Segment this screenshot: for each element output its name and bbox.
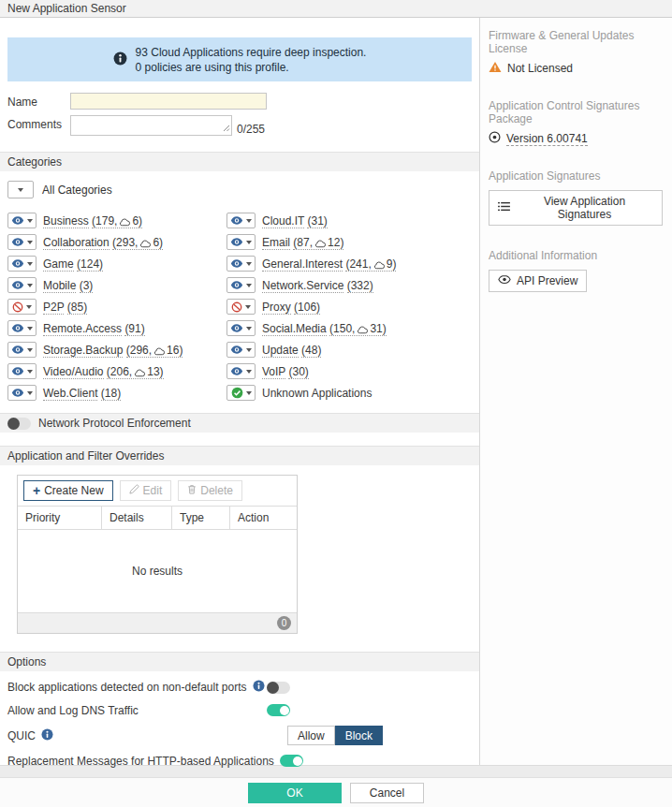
category-count[interactable]: (241,9) (345, 257, 396, 272)
category-count[interactable]: (296,16) (126, 344, 183, 358)
category-count[interactable]: (293,6) (112, 236, 163, 250)
category-action-button[interactable] (226, 342, 256, 358)
edit-button[interactable]: Edit (120, 480, 172, 501)
resize-handle-icon[interactable] (223, 122, 230, 135)
category-name[interactable]: Unknown Applications (262, 387, 372, 400)
category-filter-dropdown[interactable] (7, 181, 34, 198)
category-action-button[interactable] (7, 299, 37, 315)
category-action-button[interactable] (7, 342, 37, 358)
chevron-down-icon (27, 348, 33, 352)
quic-allow-button[interactable]: Allow (287, 726, 335, 745)
category-action-button[interactable] (226, 256, 256, 272)
view-application-signatures-button[interactable]: View Application Signatures (489, 190, 663, 226)
category-count[interactable]: (31) (307, 214, 327, 228)
option-block-non-default-row: Block applications detected on non-defau… (7, 680, 472, 695)
category-action-button[interactable] (7, 385, 37, 401)
category-count[interactable]: (87,12) (293, 236, 343, 250)
ok-button[interactable]: OK (248, 783, 342, 803)
column-header-details[interactable]: Details (102, 507, 172, 529)
dns-toggle[interactable] (267, 704, 290, 716)
category-count[interactable]: (179,6) (92, 214, 142, 228)
category-action-button[interactable] (7, 277, 37, 293)
cancel-button[interactable]: Cancel (350, 783, 424, 803)
category-name[interactable]: Game (43, 257, 74, 272)
column-header-type[interactable]: Type (172, 507, 230, 529)
category-name[interactable]: Web.Client (43, 387, 97, 401)
chevron-down-icon (246, 348, 252, 352)
category-count[interactable]: (332) (347, 279, 373, 293)
category-count[interactable]: (3) (80, 279, 94, 293)
category-count[interactable]: (91) (124, 322, 144, 336)
option-quic-label: QUIC (7, 729, 36, 742)
category-name[interactable]: Email (262, 236, 290, 250)
category-action-button[interactable] (7, 256, 37, 272)
category-action-button[interactable] (7, 213, 37, 228)
version-bullseye-icon (489, 131, 501, 146)
category-action-button[interactable] (226, 213, 256, 228)
category-count[interactable]: (48) (301, 344, 321, 358)
window-title: New Application Sensor (0, 0, 672, 18)
column-header-action[interactable]: Action (230, 507, 297, 529)
category-name[interactable]: VoIP (262, 365, 285, 379)
category-count[interactable]: (18) (101, 387, 121, 401)
network-protocol-toggle[interactable] (7, 418, 31, 430)
category-name[interactable]: Social.Media (262, 322, 327, 336)
eye-icon (11, 237, 24, 247)
category-action-button[interactable] (7, 320, 37, 336)
category-count[interactable]: (30) (288, 365, 308, 379)
category-action-button[interactable] (7, 234, 37, 250)
comments-input[interactable] (70, 115, 232, 136)
chevron-down-icon (246, 327, 252, 331)
comments-counter: 0/255 (237, 115, 265, 136)
category-name[interactable]: General.Interest (262, 257, 343, 272)
category-action-button[interactable] (7, 363, 37, 379)
category-row: Collaboration (293,6) (7, 231, 226, 253)
category-name[interactable]: P2P (43, 301, 64, 315)
category-name[interactable]: Update (262, 344, 299, 358)
category-action-button[interactable] (226, 320, 256, 336)
category-count[interactable]: (85) (67, 301, 87, 315)
ban-icon (231, 301, 242, 313)
option-replacement-row: Replacement Messages for HTTP-based Appl… (7, 754, 472, 768)
api-preview-button[interactable]: API Preview (489, 270, 587, 292)
category-name[interactable]: Proxy (262, 301, 291, 315)
category-count[interactable]: (206,13) (107, 365, 164, 379)
category-name[interactable]: Storage.Backup (43, 344, 123, 358)
chevron-down-icon (246, 219, 252, 223)
category-count[interactable]: (106) (294, 301, 320, 315)
category-count[interactable]: (150,31) (329, 322, 387, 336)
category-action-button[interactable] (226, 299, 256, 315)
category-action-button[interactable] (226, 363, 256, 379)
category-name[interactable]: Business (43, 214, 89, 228)
category-count[interactable]: (124) (77, 257, 103, 272)
info-icon (253, 680, 265, 695)
category-name[interactable]: Video/Audio (43, 365, 104, 379)
chevron-down-icon (27, 219, 33, 223)
column-header-priority[interactable]: Priority (18, 507, 102, 529)
category-name[interactable]: Network.Service (262, 279, 343, 293)
categories-grid: Business (179,6)Collaboration (293,6)Gam… (7, 210, 472, 404)
chevron-down-icon (27, 262, 33, 266)
category-name[interactable]: Mobile (43, 279, 76, 293)
banner-line-2: 0 policies are using this profile. (136, 60, 367, 75)
category-name[interactable]: Remote.Access (43, 322, 122, 336)
replacement-messages-toggle[interactable] (280, 755, 303, 767)
category-name[interactable]: Collaboration (43, 236, 110, 250)
category-action-button[interactable] (226, 277, 256, 293)
category-name[interactable]: Cloud.IT (262, 214, 304, 228)
create-new-button[interactable]: + Create New (23, 480, 113, 501)
ban-icon (12, 301, 23, 313)
category-action-button[interactable] (226, 385, 256, 401)
category-row: Social.Media (150,31) (226, 317, 472, 339)
option-replacement-label: Replacement Messages for HTTP-based Appl… (7, 755, 274, 768)
block-non-default-toggle[interactable] (267, 682, 290, 694)
eye-icon (230, 258, 243, 269)
eye-icon (11, 258, 24, 269)
option-quic-row: QUIC Allow Block (7, 726, 472, 745)
name-input[interactable] (70, 93, 267, 110)
quic-block-button[interactable]: Block (335, 726, 383, 745)
delete-button[interactable]: Delete (178, 480, 242, 501)
category-row: Mobile (3) (7, 274, 226, 296)
signatures-package-version[interactable]: Version 6.00741 (506, 132, 588, 146)
category-action-button[interactable] (226, 234, 256, 250)
